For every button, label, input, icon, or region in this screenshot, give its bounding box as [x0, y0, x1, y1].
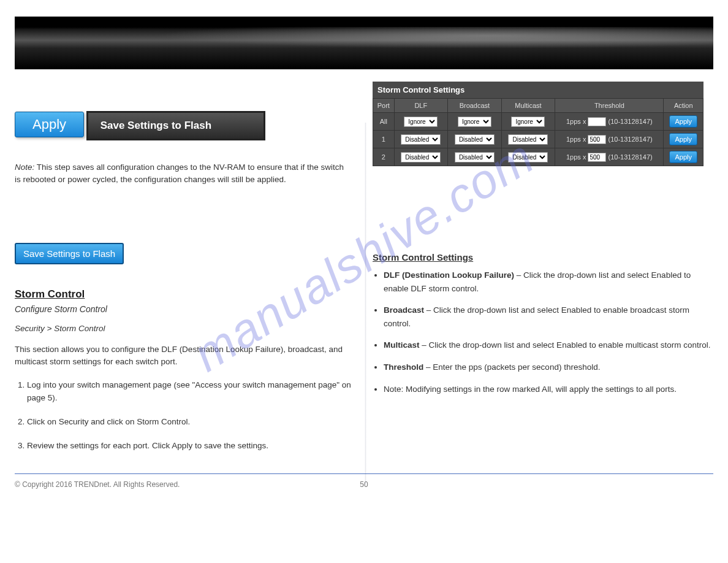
bullets-list: DLF (Destination Lookup Failure) – Click… — [384, 269, 713, 396]
cell-multicast: Ignore — [501, 113, 555, 131]
bullet-threshold: Threshold – Enter the pps (packets per s… — [384, 361, 713, 374]
right-heading: Storm Control Settings — [373, 252, 713, 262]
bullet-note: Note: Modifying settings in the row mark… — [384, 383, 713, 396]
cell-threshold: 1pps x (10-13128147) — [555, 148, 664, 166]
threshold-input[interactable] — [588, 135, 606, 144]
step-item: Log into your switch management page (se… — [27, 379, 354, 405]
cell-threshold: 1pps x (10-13128147) — [555, 131, 664, 148]
dlf-select[interactable]: Disabled — [401, 152, 441, 163]
cell-broadcast: Disabled — [448, 148, 502, 166]
page-footer: © Copyright 2016 TRENDnet. All Rights Re… — [15, 473, 713, 489]
multicast-select[interactable]: Disabled — [508, 134, 548, 145]
bullet-dlf: DLF (Destination Lookup Failure) – Click… — [384, 269, 713, 295]
row-apply-button[interactable]: Apply — [669, 115, 697, 128]
table-row: AllIgnoreIgnoreIgnore1pps x (10-13128147… — [373, 113, 703, 131]
section-heading-storm-control: Storm Control — [15, 288, 354, 301]
cell-action: Apply — [664, 131, 703, 148]
cell-action: Apply — [664, 148, 703, 166]
step-item: Click on Security and click on Storm Con… — [27, 416, 354, 429]
broadcast-select[interactable]: Disabled — [455, 152, 495, 163]
table-row: 2DisabledDisabledDisabled1pps x (10-1312… — [373, 148, 703, 166]
bullet-broadcast: Broadcast – Click the drop-down list and… — [384, 304, 713, 330]
col-multicast: Multicast — [501, 99, 555, 113]
cell-multicast: Disabled — [501, 148, 555, 166]
broadcast-select[interactable]: Disabled — [455, 134, 495, 145]
banner-image — [15, 17, 713, 69]
cell-port: 2 — [373, 148, 395, 166]
multicast-select[interactable]: Ignore — [511, 117, 545, 127]
threshold-input[interactable] — [588, 153, 606, 162]
broadcast-select[interactable]: Ignore — [458, 117, 491, 127]
col-port: Port — [373, 99, 395, 113]
multicast-select[interactable]: Disabled — [508, 152, 548, 163]
cell-dlf: Disabled — [394, 131, 448, 148]
note-text: Note: This step saves all configuration … — [15, 161, 346, 186]
col-threshold: Threshold — [555, 99, 664, 113]
row-apply-button[interactable]: Apply — [669, 151, 697, 163]
cell-port: All — [373, 113, 395, 131]
cell-broadcast: Ignore — [448, 113, 502, 131]
cell-multicast: Disabled — [501, 131, 555, 148]
dlf-select[interactable]: Ignore — [404, 117, 438, 127]
apply-button[interactable]: Apply — [15, 112, 84, 137]
dlf-select[interactable]: Disabled — [401, 134, 441, 145]
col-dlf: DLF — [394, 99, 448, 113]
cell-threshold: 1pps x (10-13128147) — [555, 113, 664, 131]
threshold-input[interactable] — [588, 117, 606, 126]
table-row: 1DisabledDisabledDisabled1pps x (10-1312… — [373, 131, 703, 148]
intro-paragraph: This section allows you to configure the… — [15, 343, 354, 369]
cell-dlf: Ignore — [394, 113, 448, 131]
save-settings-flash-menu[interactable]: Save Settings to Flash — [86, 111, 265, 140]
section-subheading: Configure Storm Control — [15, 304, 354, 314]
page-number: 50 — [360, 480, 368, 489]
steps-list: Log into your switch management page (se… — [15, 379, 354, 453]
cell-action: Apply — [664, 113, 703, 131]
bullet-multicast: Multicast – Click the drop-down list and… — [384, 339, 713, 352]
save-settings-flash-button[interactable]: Save Settings to Flash — [15, 243, 124, 264]
step-item: Review the settings for each port. Click… — [27, 440, 354, 453]
storm-control-table: Storm Control Settings Port DLF Broadcas… — [373, 82, 703, 166]
scs-caption: Storm Control Settings — [373, 82, 703, 98]
nav-path: Security > Storm Control — [15, 324, 105, 333]
row-apply-button[interactable]: Apply — [669, 133, 697, 145]
col-action: Action — [664, 99, 703, 113]
cell-dlf: Disabled — [394, 148, 448, 166]
note-label: Note: — [15, 163, 34, 172]
copyright: © Copyright 2016 TRENDnet. All Rights Re… — [15, 480, 180, 489]
cell-port: 1 — [373, 131, 395, 148]
cell-broadcast: Disabled — [448, 131, 502, 148]
col-broadcast: Broadcast — [448, 99, 502, 113]
